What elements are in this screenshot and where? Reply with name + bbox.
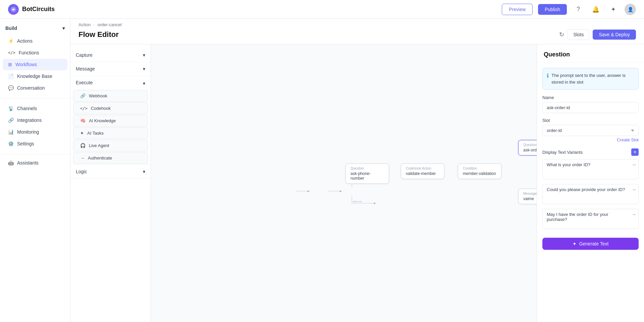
theme-icon[interactable]: ✦ (607, 3, 619, 15)
message-label: Message (76, 66, 95, 72)
main-content: Action › order-cancel Flow Editor ↻ Slot… (70, 19, 644, 322)
ai-knowledge-item[interactable]: 🧠 AI Knowledge (73, 115, 148, 127)
sidebar-item-channels[interactable]: 📡 Channels (3, 103, 67, 114)
logic-chevron: ▾ (143, 169, 145, 174)
live-agent-icon: 🎧 (80, 143, 86, 148)
authenticate-item[interactable]: → Authenticate (73, 152, 148, 164)
breadcrumb-parent[interactable]: Action (78, 22, 91, 27)
sidebar-group-build[interactable]: Build ▾ (0, 23, 70, 34)
node-name: member-validation (463, 171, 496, 176)
ai-knowledge-icon: 🧠 (80, 118, 86, 123)
node-name: ask-phone-number (351, 171, 384, 181)
knowledge-base-icon: 📄 (8, 74, 14, 79)
topbar: BotCircuits Preview Publish ? 🔔 ✦ 👤 (0, 0, 644, 19)
variant-remove-3[interactable]: − (632, 212, 636, 218)
panel-section-message: Message ▾ (70, 62, 151, 76)
sidebar-item-label: Settings (17, 141, 34, 146)
variants-header: Display Text Variants + (537, 148, 644, 159)
app-name: BotCircuits (22, 6, 55, 13)
workflows-icon: ⊞ (8, 62, 12, 67)
node-type: Condition (463, 167, 496, 170)
breadcrumb-current: order-cancel (97, 22, 121, 27)
breadcrumb-separator: › (93, 22, 95, 27)
right-panel-header: Question (537, 44, 644, 62)
capture-label: Capture (76, 52, 93, 58)
variant-item-3: May I have the order ID for your purchas… (542, 209, 639, 230)
message-chevron: ▾ (143, 66, 145, 72)
right-panel: Question ℹ The prompt sent to the user, … (537, 44, 644, 322)
node-name: vaime (523, 196, 537, 201)
node-type: Codehook Action (406, 167, 439, 170)
webhook-item[interactable]: 🔗 Webhook (73, 90, 148, 102)
live-agent-label: Live Agent (89, 143, 109, 148)
variant-textarea-3[interactable]: May I have the order ID for your purchas… (542, 209, 639, 229)
sidebar-item-label: Knowledge Base (17, 74, 52, 79)
sidebar-item-assistants[interactable]: 🤖 Assistants (3, 157, 67, 169)
codehook-icon: </> (80, 106, 88, 111)
integrations-icon: 🔗 (8, 118, 14, 123)
canvas[interactable]: valid_member rule default rule Question … (151, 44, 537, 322)
sidebar-item-monitoring[interactable]: 📊 Monitoring (3, 126, 67, 138)
save-deploy-button[interactable]: Save & Deploy (593, 30, 636, 40)
sidebar-item-conversation[interactable]: 💬 Conversation (3, 82, 67, 94)
execute-section-header[interactable]: Execute ▴ (70, 76, 151, 89)
name-input[interactable] (542, 102, 639, 113)
logo-icon (8, 4, 19, 15)
sidebar-group-label: Build (5, 26, 17, 31)
variant-remove-2[interactable]: − (632, 187, 636, 193)
refresh-icon[interactable]: ↻ (559, 31, 564, 38)
ai-tasks-icon: ✦ (80, 131, 84, 136)
sidebar-item-actions[interactable]: ⚡ Actions (3, 35, 67, 47)
sidebar-item-settings[interactable]: ⚙️ Settings (3, 138, 67, 149)
create-slot-link[interactable]: Create Slot (542, 136, 639, 144)
slots-button[interactable]: Slots (568, 29, 589, 40)
topbar-right: Preview Publish ? 🔔 ✦ 👤 (502, 3, 636, 15)
add-variant-button[interactable]: + (631, 148, 639, 156)
variant-textarea-1[interactable]: What is your order ID? (542, 159, 639, 179)
name-field-section: Name (537, 95, 644, 118)
message-section-header[interactable]: Message ▾ (70, 62, 151, 76)
topbar-left: BotCircuits (8, 4, 55, 15)
page-title: Flow Editor (78, 30, 119, 39)
logic-section-header[interactable]: Logic ▾ (70, 165, 151, 178)
info-box: ℹ The prompt sent to the user, answer is… (542, 68, 639, 90)
ai-tasks-item[interactable]: ✦ AI Tasks (73, 127, 148, 139)
svg-text:default rule: default rule (353, 200, 362, 202)
avatar[interactable]: 👤 (625, 4, 636, 15)
sidebar-item-integrations[interactable]: 🔗 Integrations (3, 114, 67, 126)
editor-area: Capture ▾ Message ▾ Execute ▴ (70, 44, 644, 322)
sidebar-bottom-items: 📡 Channels 🔗 Integrations 📊 Monitoring ⚙… (0, 101, 70, 151)
preview-button[interactable]: Preview (502, 4, 533, 15)
variant-remove-1[interactable]: − (632, 162, 636, 168)
sidebar-item-functions[interactable]: </> Functions (3, 47, 67, 58)
webhook-label: Webhook (89, 93, 107, 98)
monitoring-icon: 📊 (8, 129, 14, 135)
codehook-label: Codehook (91, 106, 111, 111)
execute-label: Execute (76, 80, 93, 85)
sidebar-item-workflows[interactable]: ⊞ Workflows (3, 59, 67, 70)
codehook-item[interactable]: </> Codehook (73, 102, 148, 114)
variant-textarea-2[interactable]: Could you please provide your order ID? (542, 184, 639, 204)
generate-text-button[interactable]: ✦ Generate Text (542, 238, 639, 250)
execute-chevron: ▴ (143, 80, 145, 85)
ai-tasks-label: AI Tasks (87, 131, 104, 136)
ai-knowledge-label: AI Knowledge (89, 118, 116, 123)
help-icon[interactable]: ? (572, 3, 584, 15)
header-actions: ↻ Slots Save & Deploy (559, 29, 636, 40)
sidebar-item-label: Functions (19, 50, 39, 55)
logic-label: Logic (76, 169, 87, 174)
sidebar-item-knowledge-base[interactable]: 📄 Knowledge Base (3, 71, 67, 82)
sidebar-item-label: Monitoring (17, 129, 39, 135)
slot-field-section: Slot order-id phone-number email Create … (537, 118, 644, 148)
variants-title: Display Text Variants (542, 150, 583, 155)
sidebar-item-label: Channels (17, 106, 37, 111)
svg-marker-7 (374, 202, 376, 204)
node-type: Message (523, 192, 537, 195)
notification-icon[interactable]: 🔔 (590, 3, 602, 15)
capture-section-header[interactable]: Capture ▾ (70, 48, 151, 62)
slot-select[interactable]: order-id phone-number email (542, 125, 639, 136)
node-name: ask-order-id (523, 148, 537, 152)
publish-button[interactable]: Publish (538, 4, 567, 15)
live-agent-item[interactable]: 🎧 Live Agent (73, 140, 148, 151)
capture-chevron: ▾ (143, 52, 145, 58)
